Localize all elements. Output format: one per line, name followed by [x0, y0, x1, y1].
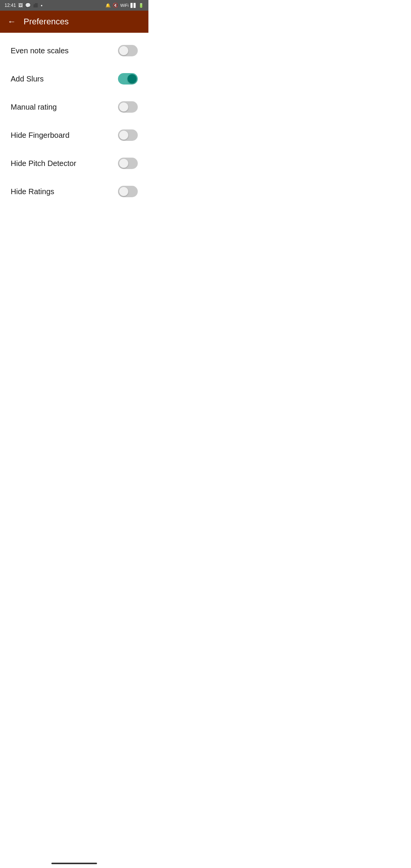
- photos-icon: ⬛: [33, 3, 38, 8]
- settings-label-even-note-scales: Even note scales: [11, 46, 68, 55]
- notification-dot: ●: [41, 4, 43, 7]
- settings-label-hide-ratings: Hide Ratings: [11, 187, 54, 196]
- toggle-hide-ratings[interactable]: [118, 186, 138, 197]
- app-bar: ← Preferences: [0, 11, 148, 33]
- settings-label-add-slurs: Add Slurs: [11, 75, 44, 83]
- settings-item-even-note-scales: Even note scales: [0, 37, 148, 65]
- toggle-thumb-hide-fingerboard: [119, 131, 128, 140]
- status-bar: 12:41 🖼 💬 ⬛ ● 🔔 🔇 WiFi ▋▋ 🔋: [0, 0, 148, 11]
- settings-list: Even note scalesAdd SlursManual ratingHi…: [0, 33, 148, 209]
- mute-icon: 🔇: [113, 3, 118, 8]
- settings-item-manual-rating: Manual rating: [0, 93, 148, 121]
- status-time: 12:41: [5, 3, 16, 8]
- settings-item-hide-fingerboard: Hide Fingerboard: [0, 121, 148, 149]
- wifi-icon: WiFi: [120, 3, 129, 8]
- toggle-thumb-add-slurs: [127, 74, 137, 83]
- battery-icon: 🔋: [139, 3, 144, 8]
- settings-item-add-slurs: Add Slurs: [0, 65, 148, 93]
- alarm-icon: 🔔: [105, 3, 111, 8]
- status-bar-right: 🔔 🔇 WiFi ▋▋ 🔋: [105, 3, 144, 8]
- signal-icon: ▋▋: [131, 3, 137, 8]
- settings-label-manual-rating: Manual rating: [11, 103, 57, 112]
- back-icon: ←: [8, 17, 16, 27]
- settings-item-hide-pitch-detector: Hide Pitch Detector: [0, 149, 148, 177]
- toggle-thumb-manual-rating: [119, 102, 128, 112]
- settings-label-hide-pitch-detector: Hide Pitch Detector: [11, 159, 76, 168]
- toggle-hide-fingerboard[interactable]: [118, 129, 138, 141]
- toggle-thumb-hide-ratings: [119, 187, 128, 196]
- toggle-even-note-scales[interactable]: [118, 45, 138, 56]
- settings-label-hide-fingerboard: Hide Fingerboard: [11, 131, 70, 140]
- toggle-hide-pitch-detector[interactable]: [118, 158, 138, 169]
- status-bar-left: 12:41 🖼 💬 ⬛ ●: [5, 3, 43, 8]
- whatsapp-icon: 💬: [25, 3, 31, 8]
- page-title: Preferences: [24, 17, 69, 27]
- photo-icon: 🖼: [18, 3, 23, 8]
- toggle-add-slurs[interactable]: [118, 73, 138, 85]
- back-button[interactable]: ←: [6, 15, 18, 28]
- settings-item-hide-ratings: Hide Ratings: [0, 177, 148, 206]
- toggle-thumb-even-note-scales: [119, 46, 128, 55]
- toggle-manual-rating[interactable]: [118, 101, 138, 113]
- toggle-thumb-hide-pitch-detector: [119, 159, 128, 168]
